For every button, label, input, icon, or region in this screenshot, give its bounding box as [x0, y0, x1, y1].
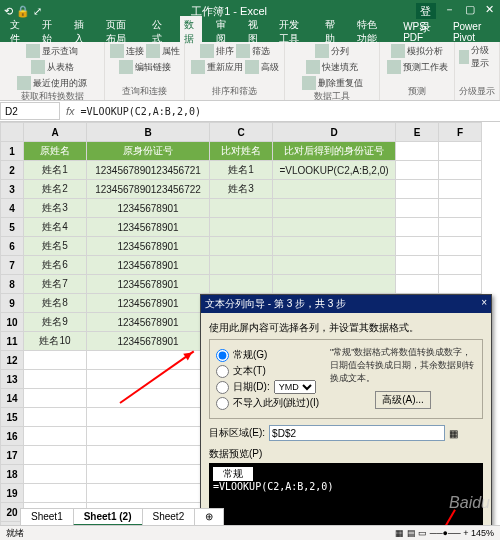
cell[interactable]	[396, 256, 439, 275]
cell[interactable]	[87, 370, 210, 389]
maximize-icon[interactable]: ▢	[464, 3, 476, 15]
row-header[interactable]: 14	[1, 389, 24, 408]
col-header[interactable]: A	[24, 123, 87, 142]
cell[interactable]	[439, 218, 482, 237]
cell[interactable]: 12345678901	[87, 294, 210, 313]
cell[interactable]	[24, 351, 87, 370]
row-header[interactable]: 13	[1, 370, 24, 389]
minimize-icon[interactable]: －	[444, 3, 456, 15]
row-header[interactable]: 11	[1, 332, 24, 351]
ribbon-cmd[interactable]: 排序	[216, 45, 234, 58]
cell[interactable]: 姓名9	[24, 313, 87, 332]
cell[interactable]	[273, 237, 396, 256]
row-header[interactable]: 15	[1, 408, 24, 427]
radio-input[interactable]	[216, 397, 229, 410]
target-range-input[interactable]	[269, 425, 445, 441]
ribbon-cmd[interactable]: 快速填充	[322, 61, 358, 74]
col-header[interactable]: F	[439, 123, 482, 142]
cell[interactable]	[273, 180, 396, 199]
cell[interactable]	[439, 237, 482, 256]
cell[interactable]	[273, 256, 396, 275]
dialog-title-bar[interactable]: 文本分列向导 - 第 3 步，共 3 步 ×	[201, 295, 491, 313]
view-normal-icon[interactable]: ▦	[395, 528, 404, 538]
cell[interactable]: 姓名7	[24, 275, 87, 294]
view-layout-icon[interactable]: ▤	[407, 528, 416, 538]
cell[interactable]	[439, 142, 482, 161]
ribbon-cmd[interactable]: 预测工作表	[403, 61, 448, 74]
row-header[interactable]: 1	[1, 142, 24, 161]
cell[interactable]: 12345678901	[87, 332, 210, 351]
cell[interactable]	[87, 427, 210, 446]
cell[interactable]	[396, 142, 439, 161]
ribbon-cmd[interactable]: 重新应用	[207, 61, 243, 74]
range-picker-icon[interactable]: ▦	[449, 428, 458, 439]
cell[interactable]: 1234567890123456721	[87, 161, 210, 180]
cell[interactable]	[210, 199, 273, 218]
sheet-tab[interactable]: Sheet1 (2)	[73, 508, 143, 526]
zoom-level[interactable]: 145%	[471, 528, 494, 538]
cell[interactable]: 姓名2	[24, 180, 87, 199]
col-header[interactable]: D	[273, 123, 396, 142]
ribbon-cmd[interactable]: 筛选	[252, 45, 270, 58]
cell[interactable]: 12345678901	[87, 256, 210, 275]
cell[interactable]	[439, 161, 482, 180]
col-header[interactable]: C	[210, 123, 273, 142]
cell[interactable]	[273, 218, 396, 237]
row-header[interactable]: 2	[1, 161, 24, 180]
cell[interactable]	[87, 446, 210, 465]
cell[interactable]	[87, 484, 210, 503]
ribbon-cmd[interactable]: 分列	[331, 45, 349, 58]
cell[interactable]	[24, 408, 87, 427]
cell[interactable]	[24, 370, 87, 389]
ribbon-cmd[interactable]: 高级	[261, 61, 279, 74]
add-sheet-button[interactable]: ⊕	[194, 508, 224, 526]
sheet-tab[interactable]: Sheet1	[20, 508, 74, 526]
cell[interactable]: 12345678901	[87, 199, 210, 218]
user-badge[interactable]: 登录	[416, 3, 436, 19]
cell[interactable]	[396, 275, 439, 294]
sheet-tab[interactable]: Sheet2	[142, 508, 196, 526]
date-format-select[interactable]: YMD	[274, 380, 316, 394]
row-header[interactable]: 7	[1, 256, 24, 275]
cell[interactable]	[87, 465, 210, 484]
radio-input[interactable]	[216, 381, 229, 394]
ribbon-cmd[interactable]: 模拟分析	[407, 45, 443, 58]
cell[interactable]: 比对后得到的身份证号	[273, 142, 396, 161]
format-radio[interactable]: 日期(D):YMD	[216, 380, 326, 394]
ribbon-cmd[interactable]: 显示查询	[42, 45, 78, 58]
cell[interactable]	[210, 275, 273, 294]
cell[interactable]	[396, 218, 439, 237]
cell[interactable]	[24, 446, 87, 465]
row-header[interactable]: 18	[1, 465, 24, 484]
cell[interactable]: =VLOOKUP(C2,A:B,2,0)	[273, 161, 396, 180]
row-header[interactable]: 17	[1, 446, 24, 465]
cell[interactable]: 姓名1	[24, 161, 87, 180]
cell[interactable]	[24, 465, 87, 484]
cell[interactable]	[87, 389, 210, 408]
ribbon-cmd[interactable]: 连接	[126, 45, 144, 58]
advanced-button[interactable]: 高级(A)...	[375, 391, 431, 409]
ribbon-cmd[interactable]: 最近使用的源	[33, 77, 87, 90]
cell[interactable]: 12345678901	[87, 237, 210, 256]
row-header[interactable]: 8	[1, 275, 24, 294]
format-radio[interactable]: 文本(T)	[216, 364, 326, 378]
cell[interactable]: 12345678901	[87, 313, 210, 332]
radio-input[interactable]	[216, 365, 229, 378]
cell[interactable]	[396, 237, 439, 256]
ribbon-cmd[interactable]: 删除重复值	[318, 77, 363, 90]
cell[interactable]: 姓名8	[24, 294, 87, 313]
view-break-icon[interactable]: ▭	[418, 528, 427, 538]
cell[interactable]	[24, 484, 87, 503]
cell[interactable]	[87, 408, 210, 427]
ribbon-cmd[interactable]: 从表格	[47, 61, 74, 74]
cell[interactable]: 12345678901	[87, 218, 210, 237]
zoom-slider[interactable]: ──●── +	[430, 528, 471, 538]
row-header[interactable]: 4	[1, 199, 24, 218]
cell[interactable]: 比对姓名	[210, 142, 273, 161]
format-radio[interactable]: 不导入此列(跳过)(I)	[216, 396, 326, 410]
cell[interactable]: 姓名6	[24, 256, 87, 275]
cell[interactable]	[273, 199, 396, 218]
cell[interactable]	[439, 275, 482, 294]
cell[interactable]: 1234567890123456722	[87, 180, 210, 199]
row-header[interactable]: 12	[1, 351, 24, 370]
